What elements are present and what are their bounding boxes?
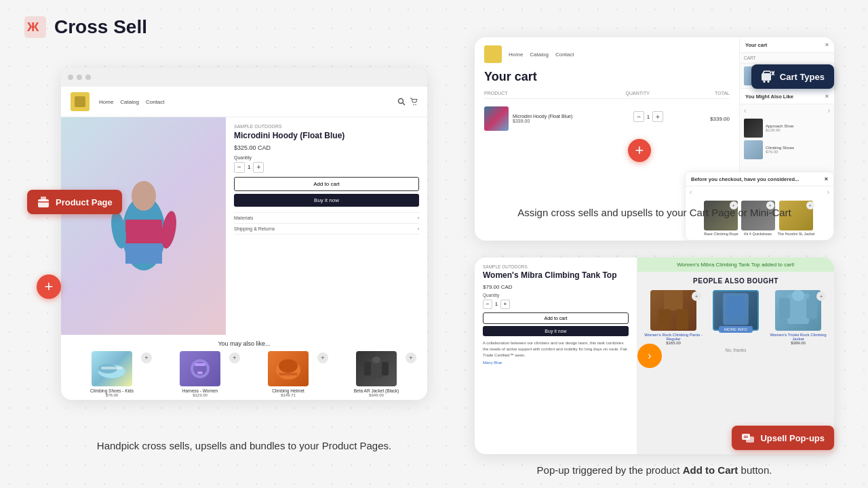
browser-dot-red — [68, 75, 73, 80]
no-thanks-link[interactable]: No, thanks — [644, 348, 827, 352]
yml-next[interactable]: › — [828, 107, 830, 115]
svg-point-30 — [767, 81, 769, 83]
popup-product-left: SAMPLE OUTDOORS Women's Mibra Climbing T… — [475, 258, 637, 454]
yml-product-img-2 — [744, 140, 763, 159]
list-item: + Harness - Women $123.00 — [159, 351, 241, 397]
ymp-prev[interactable]: ‹ — [690, 188, 692, 196]
add-product-icon[interactable]: + — [317, 352, 328, 363]
nav-home[interactable]: Home — [99, 99, 113, 105]
popup-overlay: Women's Mibra Climbing Tank Top added to… — [637, 258, 834, 454]
ppp-add-cart-button[interactable]: Add to cart — [483, 312, 629, 324]
list-item: + Climbing Helmet $149.71 — [247, 351, 330, 397]
svg-rect-23 — [382, 362, 389, 375]
list-item: Approach Shoe $129.00 — [744, 119, 830, 138]
shop-nav-icons — [397, 98, 418, 106]
svg-rect-22 — [364, 362, 371, 375]
pab-product-img-pants — [650, 290, 696, 331]
yml-products: Approach Shoe $129.00 Climbing Shoes $76… — [740, 117, 834, 161]
cart-item-details: Microdini Hoody (Float Blue) $339.00 — [513, 114, 621, 123]
yml-product-info-2: Climbing Shoes $76.00 — [766, 146, 794, 154]
add-to-cart-button[interactable]: Add to cart — [234, 177, 419, 191]
search-icon[interactable] — [397, 98, 406, 106]
cart-item-image — [484, 106, 509, 131]
yml-product-info: Approach Shoe $129.00 — [766, 124, 793, 132]
app-logo-icon: Ж — [24, 16, 46, 38]
product-name-harness: Harness - Women — [182, 388, 218, 393]
qty-decrease[interactable]: − — [234, 162, 245, 173]
accordion-shipping[interactable]: Shipping & Returns› — [234, 224, 419, 235]
next-button[interactable]: › — [637, 344, 662, 368]
cart-types-badge: Cart Types — [751, 64, 834, 89]
svg-rect-17 — [197, 371, 203, 374]
pab-pants-name: Women's Rock Climbing Pants - Regular — [644, 333, 703, 341]
product-image — [61, 117, 226, 335]
svg-rect-33 — [664, 290, 683, 310]
product-price-helmet: $149.71 — [281, 393, 296, 397]
also-bought-section: PEOPLE ALSO BOUGHT + Women's Rock Clim — [637, 272, 834, 358]
more-info-button[interactable]: MORE INFO — [719, 326, 753, 333]
list-item: + The Hoodini SL Jacket — [778, 201, 815, 236]
ymp-next[interactable]: › — [827, 188, 829, 196]
svg-point-24 — [372, 357, 380, 363]
buy-now-button[interactable]: Buy it now — [234, 194, 419, 207]
ppp-buy-now-button[interactable]: Buy it now — [483, 326, 629, 336]
before-checkout-header: Before you checkout, have you considered… — [686, 172, 833, 186]
ppp-subtitle: SAMPLE OUTDOORS — [483, 264, 629, 269]
you-might-close[interactable]: × — [825, 93, 829, 100]
list-item: + Alt 4 Quickdraws — [741, 201, 775, 236]
svg-rect-37 — [727, 296, 745, 319]
add-product-icon[interactable]: + — [229, 352, 240, 363]
product-page-badge: Product Page — [27, 190, 122, 214]
ppp-title: Women's Mibra Climbing Tank Top — [483, 270, 629, 281]
app-header: Ж Cross Sell — [0, 0, 868, 54]
svg-rect-9 — [125, 243, 162, 264]
ppp-qty-inc[interactable]: + — [500, 300, 510, 309]
col-product: PRODUCT — [484, 91, 607, 96]
pab-product-img-jacket — [775, 290, 821, 331]
cart-title: Your cart — [484, 70, 730, 84]
ppp-qty-control: − 1 + — [483, 300, 629, 309]
qty-increase[interactable]: + — [253, 162, 264, 173]
nav-catalog[interactable]: Catalog — [120, 99, 139, 105]
product-image-shoe — [92, 351, 132, 386]
cart-types-label: Cart Types — [780, 72, 825, 82]
add-product-icon[interactable]: + — [406, 352, 416, 363]
shop-logo — [71, 92, 90, 111]
product-price: $325.00 CAD — [234, 144, 419, 151]
pab-add-jacket[interactable]: + — [816, 291, 826, 301]
yml-prev[interactable]: ‹ — [744, 107, 746, 115]
qty-label: Quantity — [234, 155, 419, 160]
also-like-grid: + Climbing Shoes - Kids $76.00 + Harness… — [71, 351, 418, 397]
ymp-products: + Base Climbing Rope + Alt 4 Quickdraws … — [686, 198, 833, 240]
cart-qty-inc[interactable]: + — [652, 111, 663, 122]
plus-button-left[interactable]: + — [37, 274, 61, 299]
ppp-price: $79.00 CAD — [483, 284, 629, 290]
before-checkout-close[interactable]: × — [825, 176, 828, 182]
yml-nav: ‹ › — [740, 104, 834, 117]
cart-qty-dec[interactable]: − — [633, 111, 644, 122]
accordion-materials[interactable]: Materials› — [234, 213, 419, 224]
browser-dot-green — [85, 75, 91, 80]
box-icon — [37, 195, 50, 209]
product-info: SAMPLE OUTDOORS Microdini Hoody (Float B… — [226, 117, 427, 335]
product-mockup: Home Catalog Contact — [61, 87, 427, 400]
pab-add-pants[interactable]: + — [692, 291, 701, 301]
cart-nav-icon[interactable] — [410, 98, 418, 106]
add-product-icon[interactable]: + — [141, 352, 152, 363]
upsell-badge: Upsell Pop-ups — [732, 426, 834, 450]
pab-product-img-more — [713, 290, 759, 331]
pab-jacket-name: Women's Triolet Rock Climbing Jacket — [769, 333, 827, 341]
plus-button-right[interactable]: + — [628, 139, 651, 162]
you-might-like-title: You Might Also Like — [745, 94, 793, 100]
yml-product-img-1 — [744, 119, 763, 138]
caption-bold-text: Add to Cart — [683, 464, 738, 476]
nav-contact[interactable]: Contact — [146, 99, 165, 105]
product-page-label: Product Page — [56, 197, 113, 207]
also-like-section: You may also like... + Climbing Shoes - … — [61, 335, 427, 400]
success-bar: Women's Mibra Climbing Tank Top added to… — [637, 258, 834, 272]
right-bottom-caption: Pop-up triggered by the product Add to C… — [475, 464, 834, 476]
list-item: MORE INFO — [707, 290, 765, 345]
left-product-card: Home Catalog Contact — [61, 68, 427, 400]
ppp-qty-dec[interactable]: − — [483, 300, 492, 309]
browser-bar — [61, 68, 427, 87]
